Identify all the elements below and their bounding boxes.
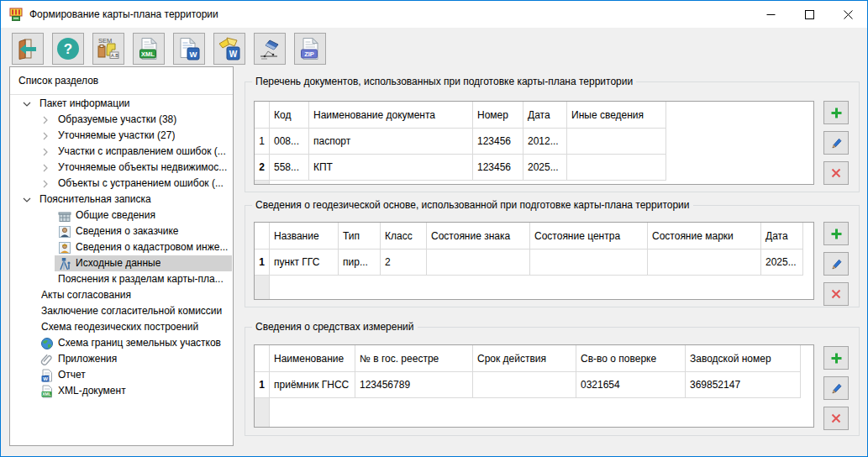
table-cell: 2012... xyxy=(523,129,567,155)
app-icon xyxy=(9,8,23,21)
minimize-button[interactable] xyxy=(751,1,790,28)
table-row[interactable]: 1приёмник ГНСС1234567890321654369852147 xyxy=(255,372,813,398)
add-row-button[interactable] xyxy=(823,346,849,370)
sem-import-button[interactable]: SEM A.B xyxy=(92,33,124,65)
word-doc-icon: W xyxy=(40,369,54,382)
tree-item[interactable]: Акты согласования xyxy=(10,287,233,303)
svg-text:A.B: A.B xyxy=(111,53,118,58)
minimize-icon xyxy=(766,10,776,19)
tree-item-label: Заключение согласительной комиссии xyxy=(41,303,222,319)
measuring-tools-groupbox: Сведения о средствах измерений Наименова… xyxy=(245,327,860,436)
add-icon xyxy=(830,107,843,119)
app-window: Формирование карты-плана территории xyxy=(0,0,868,457)
edit-row-button[interactable] xyxy=(823,131,849,155)
svg-text:W: W xyxy=(229,50,238,59)
add-row-button[interactable] xyxy=(823,222,849,245)
title-bar: Формирование карты-плана территории xyxy=(1,1,867,28)
word-scheme-export-button[interactable]: W xyxy=(213,33,245,65)
geodesic-basis-groupbox: Сведения о геодезической основе, использ… xyxy=(245,205,860,307)
table-cell: 008... xyxy=(270,129,309,155)
chevron-collapsed-icon[interactable] xyxy=(40,131,50,141)
toolbar: ? SEM A.B XML xyxy=(1,28,867,66)
measuring-tools-groupbox-title: Сведения о средствах измерений xyxy=(252,321,418,333)
tree-item[interactable]: Приложения xyxy=(10,351,233,367)
sections-panel-header: Список разделов xyxy=(10,67,233,95)
table-cell xyxy=(567,155,666,181)
table-cell: пир... xyxy=(339,250,381,276)
table-row[interactable]: 1пункт ГГСпир...22025... xyxy=(255,250,813,276)
clear-drawing-button[interactable] xyxy=(254,33,286,65)
tree-item[interactable]: Объекты с устранением ошибок (... xyxy=(10,176,233,192)
tree-item-label: Отчет xyxy=(58,367,86,383)
zip-archive-icon: ZIP xyxy=(298,37,322,60)
add-icon xyxy=(830,352,843,365)
delete-row-button[interactable] xyxy=(823,282,849,306)
row-number: 1 xyxy=(255,129,270,155)
person-icon xyxy=(58,225,71,239)
edit-row-button[interactable] xyxy=(823,376,849,400)
column-header: Состояние знака xyxy=(427,223,530,250)
delete-row-button[interactable] xyxy=(823,407,849,430)
edit-icon xyxy=(830,258,843,271)
table-cell: приёмник ГНСС xyxy=(270,372,355,398)
tree-item[interactable]: Сведения о заказчике xyxy=(10,223,233,239)
tree-item[interactable]: Пояснения к разделам карты-пла... xyxy=(10,271,233,287)
tree-item-label: Приложения xyxy=(58,351,117,367)
table-cell: пункт ГГС xyxy=(270,250,339,276)
close-button[interactable] xyxy=(829,1,867,28)
table-header-row: Наименование№ в гос. реестреСрок действи… xyxy=(255,345,813,372)
tree-item[interactable]: Участки с исправлением ошибок (... xyxy=(10,144,233,160)
column-header: Наименование документа xyxy=(309,102,473,129)
tree-item[interactable]: Схема геодезических построений xyxy=(10,319,233,335)
clear-drawing-icon xyxy=(257,36,282,61)
tree-item[interactable]: Схема границ земельных участков xyxy=(10,335,233,351)
chevron-expanded-icon[interactable] xyxy=(22,195,32,205)
table-row[interactable]: 2558...КПТ1234562025... xyxy=(255,155,813,181)
xml-export-button[interactable]: XML xyxy=(133,33,165,65)
table-row[interactable]: 1008...паспорт1234562012... xyxy=(255,129,813,155)
sections-panel: Список разделов Пакет информацииОбразуем… xyxy=(9,66,234,446)
delete-row-button[interactable] xyxy=(823,161,849,185)
column-header: Заводской номер xyxy=(686,345,801,372)
tree-item-label: Участки с исправлением ошибок (... xyxy=(58,144,226,160)
tree-item[interactable]: WОтчет xyxy=(10,367,233,383)
table-cell xyxy=(648,250,761,276)
chevron-collapsed-icon[interactable] xyxy=(40,179,50,189)
svg-text:W: W xyxy=(190,50,197,59)
edit-icon xyxy=(830,382,843,395)
building-icon xyxy=(58,209,71,223)
tree-item-label: Уточняемые объекты недвижимос... xyxy=(58,160,227,176)
maximize-button[interactable] xyxy=(790,1,829,28)
chevron-collapsed-icon[interactable] xyxy=(40,163,50,173)
tree-item[interactable]: XMLXML-документ xyxy=(10,383,233,399)
word-export-button[interactable]: W xyxy=(173,33,205,65)
tree-item[interactable]: Пакет информации xyxy=(10,96,233,112)
exit-button[interactable] xyxy=(12,33,44,65)
chevron-expanded-icon[interactable] xyxy=(22,99,32,109)
table-cell: 123456789 xyxy=(355,372,473,398)
tree-item[interactable]: Заключение согласительной комиссии xyxy=(10,303,233,319)
tree-item-label: XML-документ xyxy=(58,383,126,399)
svg-text:?: ? xyxy=(64,41,72,57)
tree-item[interactable]: Образуемые участки (38) xyxy=(10,112,233,128)
tree-item[interactable]: Общие сведения xyxy=(10,207,233,223)
tree-item-label: Объекты с устранением ошибок (... xyxy=(58,176,224,192)
tree-item[interactable]: Пояснительная записка xyxy=(10,192,233,207)
edit-row-button[interactable] xyxy=(823,252,849,276)
tree-item[interactable]: Исходные данные xyxy=(10,255,233,271)
globe-icon xyxy=(40,337,54,350)
tree-item-label: Общие сведения xyxy=(76,207,155,223)
table-cell: КПТ xyxy=(309,155,473,181)
svg-text:W: W xyxy=(43,376,48,381)
table-cell xyxy=(567,129,666,155)
chevron-collapsed-icon[interactable] xyxy=(40,115,50,125)
tree-item[interactable]: Уточняемые объекты недвижимос... xyxy=(10,160,233,176)
tree-item[interactable]: Уточняемые участки (27) xyxy=(10,128,233,144)
help-button[interactable]: ? xyxy=(52,33,84,65)
add-row-button[interactable] xyxy=(823,101,849,124)
tree-item[interactable]: Сведения о кадастровом инже... xyxy=(10,239,233,255)
table-header-row: НазваниеТипКлассСостояние знакаСостояние… xyxy=(255,223,813,250)
chevron-collapsed-icon[interactable] xyxy=(40,147,50,157)
column-header: Состояние марки xyxy=(648,223,761,250)
zip-archive-button[interactable]: ZIP xyxy=(294,33,326,65)
